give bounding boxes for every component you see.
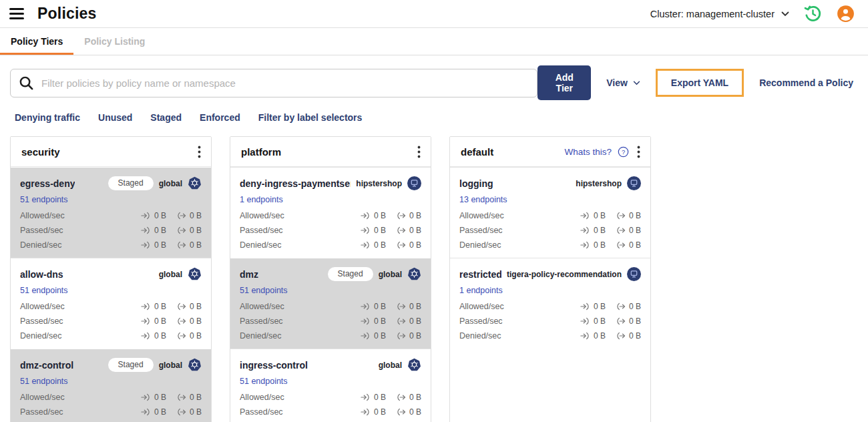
policy-card-header: restrictedtigera-policy-recommendation	[459, 267, 641, 281]
kubernetes-icon	[407, 267, 421, 281]
tier-menu-button[interactable]	[415, 146, 423, 158]
hamburger-menu-icon[interactable]	[9, 8, 24, 19]
kebab-menu-icon	[637, 146, 640, 158]
endpoints-link[interactable]: 51 endpoints	[240, 286, 288, 295]
filter-by-label-selectors[interactable]: Filter by label selectors	[258, 112, 363, 123]
stat-row: Allowed/sec0 B0 B	[459, 299, 641, 314]
egress-icon	[395, 331, 407, 341]
policy-card[interactable]: dmzStagedglobal51 endpointsAllowed/sec0 …	[230, 258, 431, 349]
egress-icon	[615, 240, 626, 250]
stat-values: 0 B0 B	[360, 393, 421, 402]
stat-label: Allowed/sec	[20, 393, 65, 402]
egress-icon	[395, 226, 407, 235]
ingress-value: 0 B	[594, 302, 606, 311]
stat-row: Allowed/sec0 B0 B	[20, 299, 202, 314]
quick-filters: Denying traffic Unused Staged Enforced F…	[15, 112, 868, 123]
tab-policy-listing[interactable]: Policy Listing	[73, 28, 156, 55]
ingress-stat: 0 B	[580, 211, 606, 220]
stat-label: Denied/sec	[240, 240, 282, 250]
ingress-stat: 0 B	[360, 407, 386, 417]
ingress-stat: 0 B	[360, 393, 386, 402]
ingress-stat: 0 B	[360, 211, 386, 220]
endpoints-link[interactable]: 1 endpoints	[240, 195, 283, 204]
endpoints-link[interactable]: 13 endpoints	[459, 195, 507, 204]
stat-row: Denied/sec0 B0 B	[20, 238, 202, 252]
egress-icon	[176, 316, 187, 326]
policy-card[interactable]: deny-ingress-paymentservi…hipstershop1 e…	[230, 167, 431, 258]
cluster-selector-label: Cluster: management-cluster	[650, 9, 775, 19]
filter-unused[interactable]: Unused	[98, 112, 132, 123]
tier-columns: securityegress-denyStagedglobal51 endpoi…	[10, 136, 868, 422]
policy-card[interactable]: egress-denyStagedglobal51 endpointsAllow…	[11, 167, 211, 258]
cluster-selector[interactable]: Cluster: management-cluster	[650, 9, 789, 19]
egress-icon	[176, 211, 187, 220]
ingress-icon	[140, 331, 152, 341]
help-icon: ?	[618, 146, 629, 158]
ingress-icon	[360, 302, 371, 311]
kubernetes-icon	[188, 267, 202, 281]
ingress-stat: 0 B	[140, 393, 166, 402]
policy-card[interactable]: ingress-controlglobal51 endpointsAllowed…	[230, 349, 431, 422]
endpoints-link[interactable]: 51 endpoints	[20, 195, 68, 204]
egress-value: 0 B	[409, 302, 421, 311]
policy-card-header: deny-ingress-paymentservi…hipstershop	[240, 176, 421, 190]
namespace-icon	[627, 176, 641, 190]
namespace-icon	[627, 267, 641, 281]
scope-label: global	[379, 361, 402, 370]
egress-icon	[615, 226, 626, 235]
policy-filter-input[interactable]	[10, 69, 537, 97]
stat-row: Passed/sec0 B0 B	[459, 314, 641, 329]
ingress-value: 0 B	[154, 407, 166, 417]
view-dropdown[interactable]: View	[606, 77, 640, 88]
stat-row: Allowed/sec0 B0 B	[240, 390, 421, 405]
stat-row: Passed/sec0 B0 B	[20, 314, 202, 329]
tab-policy-tiers[interactable]: Policy Tiers	[0, 28, 73, 55]
add-tier-button[interactable]: Add Tier	[537, 65, 591, 100]
stat-label: Passed/sec	[240, 407, 283, 417]
ingress-icon	[140, 211, 152, 220]
egress-icon	[176, 393, 187, 402]
filter-denying-traffic[interactable]: Denying traffic	[15, 112, 80, 123]
ingress-value: 0 B	[594, 240, 606, 250]
ingress-icon	[360, 226, 371, 235]
endpoints-link[interactable]: 51 endpoints	[20, 286, 68, 295]
whats-this-link[interactable]: Whats this?	[564, 147, 612, 157]
egress-value: 0 B	[409, 226, 421, 235]
egress-icon	[615, 316, 626, 326]
egress-value: 0 B	[190, 407, 202, 417]
egress-stat: 0 B	[395, 211, 421, 220]
stat-row: Passed/sec0 B0 B	[459, 223, 641, 238]
endpoints-link[interactable]: 51 endpoints	[240, 377, 288, 386]
policy-card[interactable]: restrictedtigera-policy-recommendation1 …	[450, 258, 650, 349]
ingress-value: 0 B	[594, 316, 606, 326]
kubernetes-icon	[188, 358, 202, 372]
stat-label: Allowed/sec	[459, 211, 504, 220]
endpoints-link[interactable]: 51 endpoints	[20, 377, 68, 386]
stat-row: Denied/sec0 B0 B	[240, 329, 421, 343]
ingress-value: 0 B	[374, 211, 386, 220]
ingress-icon	[360, 331, 371, 341]
tier-menu-button[interactable]	[196, 146, 203, 158]
policy-card[interactable]: dmz-controlStagedglobal51 endpointsAllow…	[11, 349, 211, 422]
stat-label: Passed/sec	[240, 316, 283, 326]
ingress-icon	[580, 211, 591, 220]
search-icon	[19, 75, 34, 91]
export-yaml-button[interactable]: Export YAML	[656, 69, 744, 97]
filter-enforced[interactable]: Enforced	[200, 112, 240, 123]
avatar[interactable]	[837, 5, 855, 23]
endpoints-link[interactable]: 1 endpoints	[459, 286, 503, 295]
scope-label: hipstershop	[356, 179, 402, 188]
egress-icon	[395, 240, 407, 250]
tier-menu-button[interactable]	[635, 146, 642, 158]
policy-card[interactable]: logginghipstershop13 endpointsAllowed/se…	[450, 167, 650, 258]
help-icon[interactable]: ?	[618, 146, 629, 158]
recommend-policy-button[interactable]: Recommend a Policy	[759, 77, 853, 88]
policy-card[interactable]: allow-dnsglobal51 endpointsAllowed/sec0 …	[11, 258, 211, 349]
ingress-stat: 0 B	[140, 331, 166, 341]
history-icon[interactable]	[804, 5, 822, 23]
ingress-stat: 0 B	[140, 226, 166, 235]
filter-staged[interactable]: Staged	[150, 112, 182, 123]
namespace-icon	[407, 176, 421, 190]
stat-row: Denied/sec0 B0 B	[20, 419, 202, 422]
ingress-icon	[360, 211, 371, 220]
